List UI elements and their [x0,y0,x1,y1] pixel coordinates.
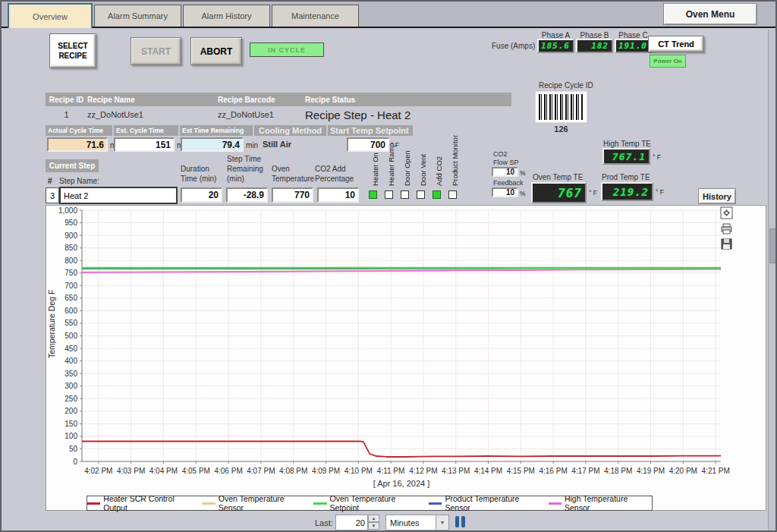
legend-swatch [429,502,442,505]
start-temp-setpoint-value: 700 [347,137,389,152]
est-time-remaining-value: 79.4 [181,137,244,152]
prod-temp-te-display: 219.2 [601,182,653,201]
barcode-bars [539,94,584,120]
oven-overview-screen: Overview Alarm Summary Alarm History Mai… [0,0,777,532]
tab-overview[interactable]: Overview [8,3,93,28]
duration-time-header: Duration Time (min) [181,164,225,184]
svg-text:4:18 PM: 4:18 PM [604,467,632,475]
prod-temp-te-label: Prod Temp TE [602,173,650,181]
print-icon[interactable] [720,222,733,235]
svg-text:4:16 PM: 4:16 PM [539,467,567,475]
est-time-remaining-unit: min [246,141,258,150]
prod-temp-te-unit: ° F [656,188,664,196]
svg-text:950: 950 [64,219,77,227]
interval-select[interactable]: Minutes ▼ [385,515,449,530]
svg-text:0: 0 [73,458,77,466]
recipe-cycle-id-label: Recipe Cycle ID [539,81,593,90]
phase-a-display: 185.6 [537,39,574,53]
zoom-fit-icon[interactable] [720,206,733,219]
stepper-down-icon[interactable]: ▼ [368,522,379,530]
svg-text:4:20 PM: 4:20 PM [669,467,697,475]
legend-item: Oven Temperature Setpoint [313,494,423,512]
svg-text:4:17 PM: 4:17 PM [571,467,599,475]
legend-label: Oven Temperature Sensor [219,494,308,512]
svg-text:4:21 PM: 4:21 PM [702,467,730,475]
start-temp-setpoint-header: Start Temp Setpoint [328,125,413,136]
legend-swatch [313,502,326,505]
duration-time-value: 20 [181,187,222,203]
abort-button[interactable]: ABORT [190,37,242,65]
chart-legend: Heater SCR Control OutputOven Temperatur… [87,496,653,511]
svg-text:4:11 PM: 4:11 PM [377,467,404,475]
trend-chart-panel: 4:02 PM4:03 PM4:04 PM4:05 PM4:06 PM4:07 … [46,205,766,511]
svg-text:4:14 PM: 4:14 PM [474,467,502,475]
svg-text:1,000: 1,000 [58,206,77,215]
product-monitor-checkbox[interactable] [448,190,457,199]
tab-maintenance[interactable]: Maintenance [272,5,359,27]
heater-ramp-label: Heater Ramp [387,143,395,187]
oven-temperature-value: 770 [272,187,313,203]
co2-feedback-unit: % [520,190,526,197]
est-cycle-time-value: 151 [114,137,175,152]
svg-text:4:06 PM: 4:06 PM [214,467,242,475]
scrollbar-handle[interactable] [769,228,777,263]
svg-text:4:03 PM: 4:03 PM [117,467,145,475]
tab-bar: Overview Alarm Summary Alarm History Mai… [2,2,777,28]
legend-label: Heater SCR Control Output [103,494,197,512]
door-open-checkbox[interactable] [401,190,409,199]
co2-add-percentage-header: CO2 Add Percentage [315,164,362,184]
pause-button[interactable] [455,516,469,528]
recipe-name: zz_DoNotUse1 [87,110,218,119]
step-time-remaining-value: -28.9 [226,187,268,203]
history-button[interactable]: History [698,188,736,204]
svg-text:4:19 PM: 4:19 PM [637,467,665,475]
door-vent-checkbox[interactable] [417,190,425,199]
co2-feedback-value: 10 [492,187,518,197]
svg-text:4:07 PM: 4:07 PM [247,467,275,475]
legend-swatch [549,502,562,505]
svg-text:600: 600 [64,307,77,315]
last-value-input[interactable]: 20 [335,515,368,530]
co2-title: CO2 [493,150,508,158]
oven-temperature-header: Oven Temperature [272,164,317,184]
stepper-up-icon[interactable]: ▲ [368,515,379,522]
vertical-scrollbar[interactable] [768,30,777,532]
svg-text:250: 250 [64,395,77,403]
tab-alarm-summary[interactable]: Alarm Summary [94,5,181,27]
select-recipe-button[interactable]: SELECT RECIPE [49,33,96,68]
heater-on-checkbox[interactable] [369,190,377,199]
svg-text:700: 700 [64,282,77,290]
step-name-header: Step Name: [59,177,99,185]
oven-menu-button[interactable]: Oven Menu [663,3,757,25]
high-temp-te-display: 767.1 [602,148,650,165]
heater-ramp-checkbox[interactable] [385,190,393,199]
legend-label: Product Temperature Sensor [445,494,543,512]
ct-trend-button[interactable]: CT Trend [648,36,704,52]
start-button[interactable]: START [131,37,181,65]
svg-text:850: 850 [64,244,77,252]
recipe-status: Recipe Step - Heat 2 [305,109,411,121]
legend-item: Oven Temperature Sensor [202,494,308,512]
actual-cycle-time-value: 71.6 [47,137,108,152]
svg-text:150: 150 [64,420,77,428]
add-co2-checkbox[interactable] [433,190,441,199]
oven-temp-te-unit: ° F [589,189,597,197]
legend-label: High Temperature Sensor [565,494,652,512]
step-name-field[interactable]: Heat 2 [59,187,178,204]
svg-text:800: 800 [64,257,77,265]
svg-text:4:02 PM: 4:02 PM [84,467,112,475]
tab-alarm-history[interactable]: Alarm History [183,5,270,27]
product-monitor-label: Product Monitor [451,135,459,186]
last-value-stepper[interactable]: ▲ ▼ [368,515,379,530]
trend-chart: 4:02 PM4:03 PM4:04 PM4:05 PM4:06 PM4:07 … [46,206,766,509]
phase-b-display: 182 [576,39,613,53]
legend-item: Heater SCR Control Output [87,494,197,512]
svg-text:4:12 PM: 4:12 PM [409,467,437,475]
save-icon[interactable] [720,238,733,250]
est-time-remaining-header: Est Time Remaining [180,125,253,136]
step-time-remaining-header: Step Time Remaining (min) [227,154,275,184]
recipe-barcode: zz_DoNotUse1 [218,110,305,119]
svg-text:4:13 PM: 4:13 PM [442,467,470,475]
heater-on-label: Heater On [371,153,379,186]
co2-flow-sp-label: Flow SP [493,159,519,166]
